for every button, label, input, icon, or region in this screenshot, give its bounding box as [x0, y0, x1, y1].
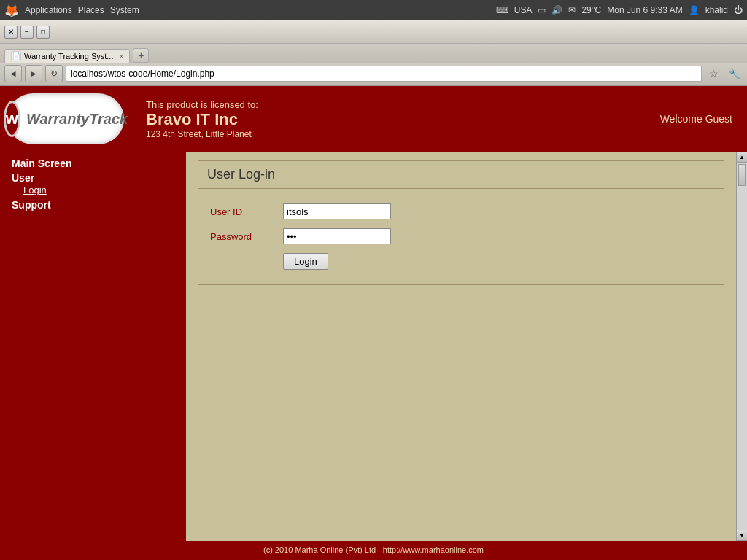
keyboard-icon: ⌨ [496, 5, 508, 15]
address-bar: ◄ ► ↻ ☆ 🔧 [0, 63, 747, 86]
site-footer: (c) 2010 Marha Online (Pvt) Ltd - http:/… [0, 541, 747, 560]
login-form-area: User ID Password Login [198, 189, 724, 284]
tab-bar: 📄 Warranty Tracking Syst... × + [0, 44, 747, 63]
tools-button[interactable]: 🔧 [725, 65, 743, 82]
page-content: w WarrantyTrack This product is licensed… [0, 86, 747, 560]
site-header: w WarrantyTrack This product is licensed… [0, 86, 747, 152]
main-layout: Main Screen User Login Support User Log-… [0, 152, 747, 541]
window-close-button[interactable]: ✕ [4, 26, 18, 39]
firefox-icon[interactable]: 🦊 [4, 4, 19, 18]
volume-icon[interactable]: 🔊 [551, 5, 562, 15]
country-indicator: USA [514, 5, 533, 15]
taskbar-left: 🦊 Applications Places System [4, 4, 139, 18]
datetime-display: Mon Jun 6 9:33 AM [607, 5, 682, 15]
window-minimize-button[interactable]: − [20, 26, 34, 39]
sidebar-main-screen[interactable]: Main Screen [12, 158, 186, 169]
window-maximize-button[interactable]: □ [36, 26, 50, 39]
browser-window: ✕ − □ 📄 Warranty Tracking Syst... × + ◄ … [0, 20, 747, 560]
license-info: This product is licensed to: Bravo IT In… [146, 99, 258, 139]
sidebar-login-link[interactable]: Login [12, 184, 186, 196]
temperature-indicator: 29°C [581, 5, 601, 15]
power-icon[interactable]: ⏻ [734, 5, 743, 15]
login-button-row: Login [210, 253, 712, 270]
taskbar-right: ⌨ USA ▭ 🔊 ✉ 29°C Mon Jun 6 9:33 AM 👤 kha… [496, 5, 743, 15]
content-area: User Log-in User ID Password Login [186, 152, 736, 541]
applications-menu[interactable]: Applications [25, 5, 72, 15]
browser-tab[interactable]: 📄 Warranty Tracking Syst... × [4, 49, 130, 63]
system-menu[interactable]: System [110, 5, 139, 15]
bookmark-button[interactable]: ☆ [705, 65, 722, 82]
logo-track: Track [89, 111, 128, 127]
scrollbar[interactable]: ▲ ▼ [736, 152, 747, 541]
url-bar[interactable] [66, 66, 702, 82]
licensed-to-label: This product is licensed to: [146, 99, 258, 110]
refresh-button[interactable]: ↻ [45, 65, 63, 82]
footer-text: (c) 2010 Marha Online (Pvt) Ltd - http:/… [263, 545, 484, 554]
company-address: 123 4th Street, Little Planet [146, 129, 258, 139]
userid-label: User ID [210, 206, 283, 217]
login-box: User Log-in User ID Password Login [198, 160, 724, 285]
username-display: khalid [705, 5, 728, 15]
places-menu[interactable]: Places [78, 5, 104, 15]
userid-input[interactable] [283, 203, 391, 219]
back-button[interactable]: ◄ [4, 65, 22, 82]
login-title: User Log-in [198, 161, 724, 189]
forward-button[interactable]: ► [25, 65, 42, 82]
logo-badge: w WarrantyTrack [7, 93, 124, 144]
password-row: Password [210, 228, 712, 244]
new-tab-button[interactable]: + [133, 48, 149, 63]
mail-icon[interactable]: ✉ [568, 5, 576, 15]
company-name: Bravo IT Inc [146, 110, 258, 129]
user-icon: 👤 [689, 5, 700, 15]
scroll-down-button[interactable]: ▼ [737, 530, 747, 541]
welcome-text: Welcome Guest [660, 113, 732, 125]
logo-text: WarrantyTrack [26, 111, 128, 128]
userid-row: User ID [210, 203, 712, 219]
scroll-thumb[interactable] [738, 164, 746, 186]
sidebar: Main Screen User Login Support [0, 152, 186, 541]
sidebar-support-label[interactable]: Support [12, 199, 186, 211]
tab-label: Warranty Tracking Syst... [24, 52, 113, 61]
logo-warranty: Warranty [26, 111, 89, 127]
scroll-track [737, 163, 747, 530]
battery-icon: ▭ [538, 5, 546, 15]
scroll-up-button[interactable]: ▲ [737, 152, 747, 163]
tab-close-button[interactable]: × [119, 52, 123, 61]
browser-titlebar: ✕ − □ [0, 20, 747, 44]
logo-area: w WarrantyTrack This product is licensed… [7, 93, 258, 144]
login-button[interactable]: Login [283, 253, 328, 270]
password-input[interactable] [283, 228, 391, 244]
logo-w-icon: w [4, 101, 20, 137]
tab-favicon: 📄 [11, 51, 21, 61]
os-taskbar: 🦊 Applications Places System ⌨ USA ▭ 🔊 ✉… [0, 0, 747, 20]
sidebar-user-label[interactable]: User [12, 172, 186, 184]
logo-letter: w [6, 109, 18, 128]
password-label: Password [210, 231, 283, 242]
